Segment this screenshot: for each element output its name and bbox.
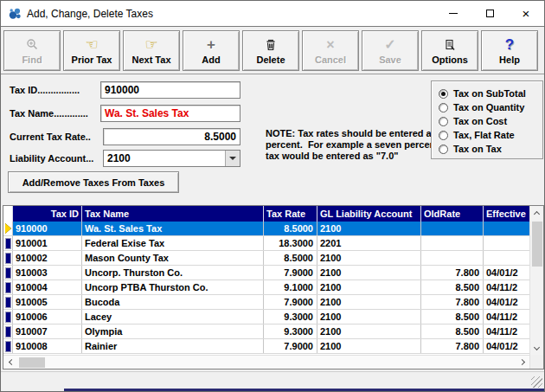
tax-name-field[interactable]: Wa. St. Sales Tax [100, 105, 240, 122]
scroll-up-button[interactable] [530, 206, 543, 220]
cell-effective[interactable]: 04/01/2 [484, 295, 529, 309]
radio-icon[interactable] [439, 131, 448, 140]
row-selector-cell[interactable] [3, 280, 13, 294]
cell-tax-rate[interactable]: 7.9000 [264, 266, 317, 280]
delete-button[interactable]: Delete [242, 30, 299, 71]
radio-option[interactable]: Tax on Cost [439, 114, 542, 128]
cell-old-rate[interactable]: 8.500 [421, 280, 484, 294]
cell-tax-id[interactable]: 910008 [13, 339, 82, 353]
save-button[interactable]: ✓ Save [362, 30, 419, 71]
cell-tax-name[interactable]: Olympia [82, 325, 264, 338]
row-selector-cell[interactable] [3, 295, 13, 309]
row-selector-cell[interactable] [3, 339, 13, 353]
find-button[interactable]: Find [3, 30, 61, 71]
row-selector-cell[interactable] [3, 266, 13, 280]
cell-old-rate[interactable] [421, 222, 484, 235]
table-row[interactable]: 910003Uncorp. Thurston Co.7.900021007.80… [3, 266, 529, 280]
radio-option[interactable]: Tax on Tax [439, 142, 542, 156]
cell-gl-account[interactable]: 2100 [317, 339, 421, 353]
close-button[interactable]: × [508, 1, 544, 26]
radio-icon[interactable] [439, 103, 448, 112]
radio-icon[interactable] [439, 145, 448, 154]
minimize-button[interactable] [435, 1, 471, 26]
row-selector-cell[interactable] [3, 222, 13, 235]
current-tax-rate-field[interactable]: 8.5000 [103, 128, 240, 145]
header-tax-name[interactable]: Tax Name [82, 206, 264, 222]
cell-tax-id[interactable]: 910001 [13, 236, 82, 250]
cell-tax-id[interactable]: 910005 [13, 295, 82, 309]
cell-gl-account[interactable]: 2100 [317, 280, 421, 294]
cell-tax-name[interactable]: Rainier [82, 339, 264, 353]
cell-tax-id[interactable]: 910000 [13, 222, 82, 235]
cell-effective[interactable]: 04/11/2 [484, 325, 529, 338]
cell-tax-name[interactable]: Uncorp PTBA Thurston Co. [82, 280, 264, 294]
cell-effective[interactable] [484, 251, 529, 265]
cell-tax-id[interactable]: 910006 [13, 310, 82, 324]
scroll-right-button[interactable] [516, 356, 529, 370]
cell-tax-rate[interactable]: 9.3000 [264, 325, 317, 338]
table-row[interactable]: 910005Bucoda7.900021007.80004/01/2 [3, 295, 529, 310]
cell-tax-name[interactable]: Bucoda [82, 295, 264, 309]
cell-tax-name[interactable]: Uncorp. Thurston Co. [82, 266, 264, 280]
header-gl-liability-account[interactable]: GL Liability Account [317, 206, 421, 222]
table-row[interactable]: 910004Uncorp PTBA Thurston Co.9.10002100… [3, 280, 529, 295]
cell-effective[interactable]: 04/11/2 [484, 310, 529, 324]
vertical-scroll-thumb[interactable] [532, 222, 542, 267]
row-selector-cell[interactable] [3, 325, 13, 338]
cell-tax-rate[interactable]: 18.3000 [264, 236, 317, 250]
cell-tax-name[interactable]: Federal Exise Tax [82, 236, 264, 250]
cell-tax-rate[interactable]: 8.5000 [264, 251, 317, 265]
cell-tax-id[interactable]: 910007 [13, 325, 82, 338]
resize-grip[interactable] [531, 376, 542, 388]
cell-effective[interactable] [484, 222, 529, 235]
cell-old-rate[interactable]: 7.800 [421, 339, 484, 353]
scroll-left-button[interactable] [3, 356, 17, 370]
table-row[interactable]: 910008Rainier7.900021007.80004/01/2 [3, 339, 529, 354]
horizontal-scroll-thumb[interactable] [19, 357, 45, 368]
dropdown-arrow-button[interactable] [225, 151, 240, 166]
cell-old-rate[interactable]: 8.500 [421, 310, 484, 324]
row-selector-cell[interactable] [3, 251, 13, 265]
vertical-scroll-track[interactable] [530, 267, 543, 341]
cell-gl-account[interactable]: 2100 [317, 310, 421, 324]
add-remove-taxes-button[interactable]: Add/Remove Taxes From Taxes [8, 171, 179, 193]
cell-tax-rate[interactable]: 9.3000 [264, 310, 317, 324]
cell-old-rate[interactable]: 8.500 [421, 325, 484, 338]
row-selector-cell[interactable] [3, 310, 13, 324]
header-tax-id[interactable]: Tax ID [13, 206, 82, 222]
cell-effective[interactable] [484, 236, 529, 250]
cell-tax-name[interactable]: Wa. St. Sales Tax [82, 222, 264, 235]
cell-tax-id[interactable]: 910002 [13, 251, 82, 265]
cell-old-rate[interactable] [421, 236, 484, 250]
table-row[interactable]: 910001Federal Exise Tax18.30002201 [3, 236, 529, 251]
cell-gl-account[interactable]: 2100 [317, 295, 421, 309]
next-tax-button[interactable]: ☞ Next Tax [123, 30, 180, 71]
tax-id-field[interactable]: 910000 [100, 81, 240, 99]
title-bar[interactable]: Add, Change, Delete Taxes × [1, 1, 544, 26]
table-row[interactable]: 910006Lacey9.300021008.50004/11/2 [3, 310, 529, 325]
cell-tax-name[interactable]: Lacey [82, 310, 264, 324]
cell-gl-account[interactable]: 2100 [317, 251, 421, 265]
cell-gl-account[interactable]: 2201 [317, 236, 421, 250]
cell-tax-id[interactable]: 910003 [13, 266, 82, 280]
header-tax-rate[interactable]: Tax Rate [264, 206, 317, 222]
add-button[interactable]: + Add [183, 30, 240, 71]
cell-tax-rate[interactable]: 7.9000 [264, 339, 317, 353]
cancel-button[interactable]: × Cancel [302, 30, 359, 71]
cell-tax-rate[interactable]: 7.9000 [264, 295, 317, 309]
radio-icon[interactable] [439, 117, 448, 126]
cell-gl-account[interactable]: 2100 [317, 222, 421, 235]
cell-tax-rate[interactable]: 9.1000 [264, 280, 317, 294]
cell-effective[interactable]: 04/01/2 [484, 266, 529, 280]
radio-icon[interactable] [439, 89, 448, 99]
radio-option[interactable]: Tax on Quantity [439, 100, 542, 114]
radio-option[interactable]: Tax, Flat Rate [439, 128, 542, 142]
cell-gl-account[interactable]: 2100 [317, 266, 421, 280]
cell-old-rate[interactable] [421, 251, 484, 265]
maximize-button[interactable] [471, 1, 508, 26]
options-button[interactable]: Options [421, 30, 478, 71]
liability-account-dropdown[interactable]: 2100 [103, 150, 240, 167]
table-row[interactable]: 910007Olympia9.300021008.50004/11/2 [3, 325, 529, 339]
cell-gl-account[interactable]: 2100 [317, 325, 421, 338]
header-old-rate[interactable]: OldRate [421, 206, 484, 222]
